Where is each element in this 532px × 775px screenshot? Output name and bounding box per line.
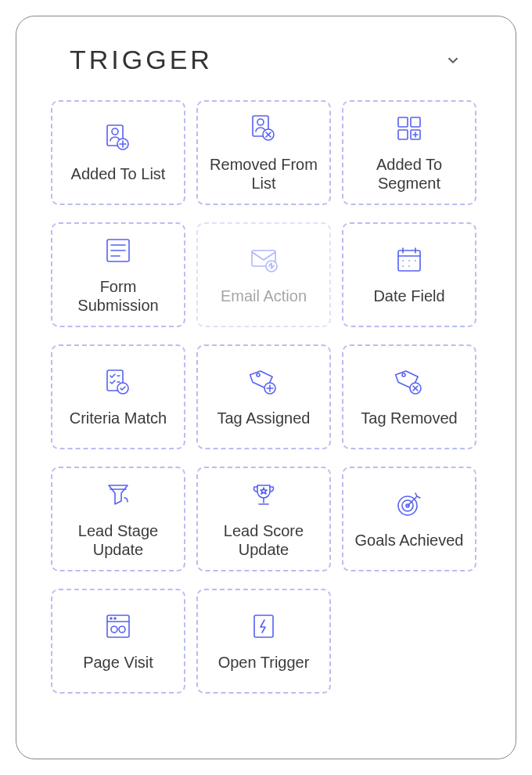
checklist-icon: [102, 366, 134, 398]
person-list-add-icon: [102, 122, 134, 153]
trigger-label: Open Trigger: [212, 653, 316, 672]
trigger-card-tag-removed[interactable]: Tag Removed: [342, 344, 476, 449]
trigger-card-open-trigger[interactable]: Open Trigger: [196, 589, 331, 694]
person-list-remove-icon: [248, 113, 279, 144]
panel-title: TRIGGER: [70, 45, 213, 75]
trigger-label: Criteria Match: [63, 409, 173, 427]
trigger-label: Lead Stage Update: [52, 521, 184, 559]
trigger-label: Tag Removed: [354, 409, 463, 427]
trigger-card-tag-assigned[interactable]: Tag Assigned: [196, 344, 331, 449]
trigger-label: Tag Assigned: [211, 409, 317, 427]
trigger-label: Page Visit: [77, 653, 160, 672]
trigger-card-goals-achieved[interactable]: Goals Achieved: [342, 467, 476, 571]
trigger-label: Added To List: [65, 164, 172, 183]
trigger-label: Date Field: [367, 287, 451, 305]
trigger-label: Lead Score Update: [198, 521, 329, 559]
trophy-icon: [248, 479, 279, 510]
trigger-panel: TRIGGER Added To ListRemoved From ListAd…: [16, 16, 516, 759]
trigger-label: Form Submission: [52, 277, 184, 315]
trigger-card-lead-score-update[interactable]: Lead Score Update: [196, 467, 331, 571]
browser-icon: [102, 611, 134, 642]
tag-remove-icon: [394, 366, 425, 398]
trigger-grid: Added To ListRemoved From ListAdded To S…: [40, 100, 492, 694]
collapse-toggle[interactable]: [444, 51, 462, 70]
trigger-card-added-to-segment[interactable]: Added To Segment: [342, 100, 476, 205]
trigger-label: Email Action: [214, 287, 313, 305]
segment-add-icon: [394, 113, 425, 144]
trigger-card-email-action: Email Action: [196, 222, 331, 327]
funnel-icon: [102, 479, 134, 510]
trigger-card-page-visit[interactable]: Page Visit: [51, 589, 185, 694]
trigger-label: Added To Segment: [343, 155, 475, 193]
trigger-card-date-field[interactable]: Date Field: [342, 222, 476, 327]
lightning-icon: [248, 611, 279, 642]
trigger-label: Removed From List: [198, 155, 329, 193]
trigger-card-added-to-list[interactable]: Added To List: [51, 100, 185, 205]
trigger-card-criteria-match[interactable]: Criteria Match: [51, 344, 185, 449]
trigger-card-removed-from-list[interactable]: Removed From List: [196, 100, 331, 205]
panel-header: TRIGGER: [40, 45, 492, 75]
trigger-card-lead-stage-update[interactable]: Lead Stage Update: [51, 467, 185, 571]
email-action-icon: [248, 244, 279, 276]
chevron-down-icon: [444, 52, 462, 69]
trigger-card-form-submission[interactable]: Form Submission: [51, 222, 185, 327]
target-icon: [394, 488, 425, 520]
tag-add-icon: [248, 366, 279, 398]
calendar-icon: [394, 244, 425, 276]
form-icon: [102, 235, 134, 266]
trigger-label: Goals Achieved: [349, 531, 470, 550]
